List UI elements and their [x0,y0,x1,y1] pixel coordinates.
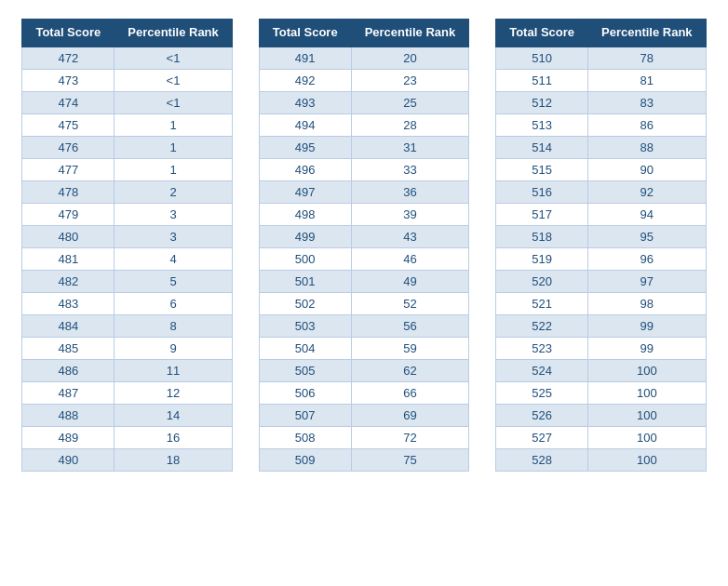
score-cell: 525 [496,381,588,404]
rank-cell: 69 [351,404,469,426]
table-row: 49943 [259,225,468,247]
table-row: 52198 [496,292,706,314]
rank-cell: 49 [351,270,469,292]
rank-cell: 86 [588,113,707,136]
score-cell: 510 [496,47,588,69]
score-cell: 515 [496,158,588,180]
score-cell: 487 [22,381,115,404]
rank-cell: 31 [351,136,469,158]
table-row: 52399 [496,337,706,359]
table-row: 50356 [259,314,468,337]
rank-cell: 97 [588,270,707,292]
rank-cell: 33 [351,158,469,180]
table-row: 48916 [22,426,232,448]
score-cell: 522 [496,314,588,337]
table-row: 474<1 [22,91,232,113]
score-cell: 477 [22,158,115,180]
rank-cell: 20 [351,47,469,69]
table-row: 4836 [22,292,232,314]
score-table-3: Total ScorePercentile Rank51078511815128… [495,19,706,472]
table-row: 4859 [22,337,232,359]
table-row: 51895 [496,225,706,247]
score-cell: 514 [496,136,588,158]
table-row: 51794 [496,203,706,225]
score-cell: 502 [259,292,351,314]
table-row: 49633 [259,158,468,180]
score-cell: 495 [259,136,351,158]
rank-cell: 78 [588,47,707,69]
table-row: 4761 [22,136,232,158]
score-cell: 517 [496,203,588,225]
score-cell: 483 [22,292,115,314]
rank-cell: 99 [588,314,707,337]
rank-cell: 8 [115,314,233,337]
score-cell: 499 [259,225,351,247]
table-row: 50459 [259,337,468,359]
rank-cell: 1 [115,136,233,158]
table-row: 50149 [259,270,468,292]
table-row: 48712 [22,381,232,404]
rank-cell: 11 [115,359,233,381]
score-cell: 503 [259,314,351,337]
score-cell: 491 [259,47,351,69]
score-cell: 476 [22,136,115,158]
score-cell: 496 [259,158,351,180]
score-cell: 511 [496,69,588,91]
table-header: Percentile Rank [351,20,469,47]
rank-cell: 98 [588,292,707,314]
rank-cell: 25 [351,91,469,113]
table-row: 51590 [496,158,706,180]
score-cell: 490 [22,448,115,471]
rank-cell: 28 [351,113,469,136]
rank-cell: 92 [588,180,707,203]
rank-cell: 66 [351,381,469,404]
rank-cell: 36 [351,180,469,203]
table-row: 4814 [22,247,232,270]
table-row: 49120 [259,47,468,69]
rank-cell: 99 [588,337,707,359]
rank-cell: 62 [351,359,469,381]
score-cell: 492 [259,69,351,91]
table-row: 4771 [22,158,232,180]
table-row: 52299 [496,314,706,337]
table-row: 52097 [496,270,706,292]
table-row: 527100 [496,426,706,448]
rank-cell: 100 [588,426,707,448]
rank-cell: 5 [115,270,233,292]
rank-cell: 100 [588,359,707,381]
rank-cell: 1 [115,158,233,180]
table-row: 528100 [496,448,706,471]
table-row: 51386 [496,113,706,136]
rank-cell: <1 [115,91,233,113]
table-header: Total Score [496,20,588,47]
rank-cell: 23 [351,69,469,91]
score-cell: 493 [259,91,351,113]
score-cell: 508 [259,426,351,448]
score-cell: 479 [22,203,115,225]
score-cell: 485 [22,337,115,359]
table-row: 50769 [259,404,468,426]
score-cell: 512 [496,91,588,113]
score-cell: 500 [259,247,351,270]
rank-cell: <1 [115,69,233,91]
rank-cell: 43 [351,225,469,247]
rank-cell: 3 [115,203,233,225]
rank-cell: <1 [115,47,233,69]
rank-cell: 90 [588,158,707,180]
rank-cell: 12 [115,381,233,404]
score-cell: 474 [22,91,115,113]
table-row: 50562 [259,359,468,381]
score-cell: 520 [496,270,588,292]
score-cell: 494 [259,113,351,136]
rank-cell: 9 [115,337,233,359]
table-row: 51488 [496,136,706,158]
score-cell: 472 [22,47,115,69]
table-header: Percentile Rank [115,20,233,47]
score-cell: 528 [496,448,588,471]
score-cell: 497 [259,180,351,203]
score-cell: 475 [22,113,115,136]
score-cell: 473 [22,69,115,91]
score-cell: 484 [22,314,115,337]
table-row: 49223 [259,69,468,91]
score-cell: 516 [496,180,588,203]
